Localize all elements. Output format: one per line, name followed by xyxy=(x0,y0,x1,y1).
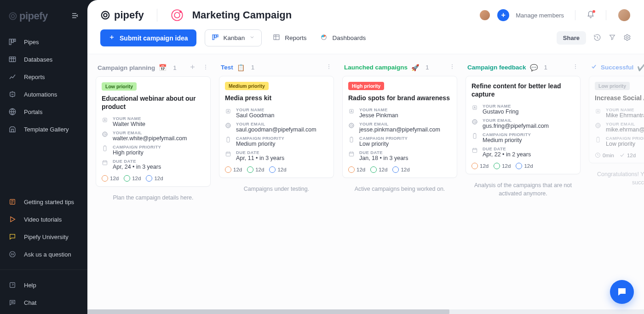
field-value: Low priority xyxy=(606,141,644,147)
column-title[interactable]: Test xyxy=(221,64,233,71)
column-menu-icon[interactable] xyxy=(202,64,209,72)
share-button[interactable]: Share xyxy=(557,31,586,45)
kanban-card[interactable]: High priorityRadio spots for brand aware… xyxy=(342,76,457,178)
column-menu-icon[interactable] xyxy=(326,63,332,71)
sidebar-item-pipes[interactable]: Pipes xyxy=(0,33,87,51)
priority-badge: Low priority xyxy=(595,82,630,90)
gear-icon[interactable] xyxy=(623,34,631,43)
sidebar-item-pipefy-university[interactable]: Pipefy University xyxy=(0,228,87,245)
field-icon xyxy=(348,151,355,157)
column-title[interactable]: Campaign planning xyxy=(98,64,155,71)
column-title[interactable]: Successful xyxy=(601,64,633,71)
pipe-icon[interactable] xyxy=(170,8,184,22)
field-icon xyxy=(472,104,478,111)
field-label: YOUR EMAIL xyxy=(359,121,440,126)
column-header: Campaign planning📅1 xyxy=(96,60,211,76)
field-label: CAMPAIGN PRIORITY xyxy=(113,144,161,149)
card-field: YOUR EMAILwalter.white@pipefymail.com xyxy=(102,129,205,143)
svg-point-54 xyxy=(474,121,476,123)
field-label: YOUR NAME xyxy=(113,116,145,121)
svg-point-25 xyxy=(205,64,206,65)
sidebar-item-portals[interactable]: Portals xyxy=(0,103,87,120)
notifications-icon[interactable] xyxy=(586,11,595,20)
chevron-down-icon xyxy=(249,34,255,41)
sidebar-item-chat[interactable]: Chat xyxy=(0,294,87,311)
card-metrics: 12d12d12d xyxy=(225,166,328,173)
field-icon xyxy=(225,151,231,157)
field-label: DUE DATE xyxy=(359,150,408,155)
history-icon[interactable] xyxy=(593,34,601,43)
sidebar-item-video-tutorials[interactable]: Video tutorials xyxy=(0,211,87,228)
priority-badge: High priority xyxy=(348,82,384,90)
sidebar-item-getting-started-tips[interactable]: Getting started tips xyxy=(0,193,87,211)
sidebar-item-automations[interactable]: Automations xyxy=(0,86,87,103)
sidebar-item-label: Pipes xyxy=(24,39,39,46)
svg-rect-22 xyxy=(274,35,279,40)
column-menu-icon[interactable] xyxy=(449,63,455,71)
field-icon xyxy=(225,108,231,114)
column-description: Analysis of the campaigns that are not a… xyxy=(466,174,581,205)
sidebar-item-label: Reports xyxy=(24,74,45,80)
add-member-button[interactable]: + xyxy=(497,9,509,21)
column-title[interactable]: Launched campaigns xyxy=(344,64,408,71)
svg-point-38 xyxy=(227,125,229,126)
svg-point-35 xyxy=(328,68,329,69)
member-avatar[interactable] xyxy=(479,9,491,21)
sidebar-collapse-icon[interactable] xyxy=(71,11,79,21)
field-label: YOUR EMAIL xyxy=(483,118,549,123)
sla-metric: 12d xyxy=(370,166,387,173)
column-emoji: 🚀 xyxy=(411,64,419,71)
chat-fab[interactable] xyxy=(610,280,634,304)
nav-icon xyxy=(8,298,17,307)
kanban-card[interactable]: Low priorityIncrease Social AdsYOUR NAME… xyxy=(589,76,644,163)
filter-icon[interactable] xyxy=(609,34,616,42)
card-field: YOUR NAMEWalter White xyxy=(102,114,205,129)
column-header: Test📋1 xyxy=(219,60,334,76)
column-menu-icon[interactable] xyxy=(572,63,579,71)
view-selector[interactable]: Kanban xyxy=(205,29,262,46)
column-emoji: ✔️ xyxy=(637,64,644,71)
kanban-column: Launched campaigns🚀1High priorityRadio s… xyxy=(342,60,457,303)
svg-point-0 xyxy=(10,13,17,20)
column-header: Campaign feedback💬1 xyxy=(466,60,581,76)
field-icon xyxy=(472,147,478,154)
sidebar-item-template-gallery[interactable]: Template Gallery xyxy=(0,120,87,138)
profile-avatar[interactable] xyxy=(617,8,631,22)
field-value: Saul Goodman xyxy=(236,112,274,119)
svg-point-45 xyxy=(349,123,354,128)
nav-icon xyxy=(8,250,17,258)
horizontal-scrollbar[interactable] xyxy=(87,309,644,314)
svg-rect-32 xyxy=(103,161,107,165)
card-title: Educational webinar about our product xyxy=(102,94,205,111)
field-label: DUE DATE xyxy=(113,159,161,164)
kanban-card[interactable]: Low priorityEducational webinar about ou… xyxy=(96,76,211,187)
column-title[interactable]: Campaign feedback xyxy=(467,64,526,71)
add-card-icon[interactable] xyxy=(189,63,196,72)
column-description: Plan the campaign details here. xyxy=(96,187,211,210)
svg-point-13 xyxy=(13,302,13,302)
field-label: CAMPAIGN PRIORITY xyxy=(483,132,531,137)
submit-button[interactable]: Submit campaign idea xyxy=(100,29,196,46)
sidebar-item-ask-us-a-question[interactable]: Ask us a question xyxy=(0,245,87,263)
kanban-card[interactable]: Medium priorityMedia press kitYOUR NAMES… xyxy=(219,76,334,178)
svg-rect-63 xyxy=(597,137,599,143)
sidebar-item-reports[interactable]: Reports xyxy=(0,68,87,86)
svg-point-62 xyxy=(597,125,599,126)
svg-point-11 xyxy=(11,302,12,302)
field-icon xyxy=(225,137,231,143)
dashboards-tab[interactable]: Dashboards xyxy=(317,30,368,46)
kanban-column: Successful✔️1Low priorityIncrease Social… xyxy=(589,60,644,303)
field-value: Walter White xyxy=(113,121,145,127)
svg-point-34 xyxy=(328,66,329,67)
field-icon xyxy=(348,108,355,114)
sla-metric: 12d xyxy=(348,166,365,173)
field-value: Medium priority xyxy=(236,141,284,147)
sidebar: pipefy PipesDatabasesReportsAutomationsP… xyxy=(0,0,87,314)
reports-tab[interactable]: Reports xyxy=(270,30,309,46)
sla-metric: 12d xyxy=(516,163,533,169)
sidebar-item-databases[interactable]: Databases xyxy=(0,51,87,68)
sidebar-item-label: Portals xyxy=(24,108,42,115)
kanban-card[interactable]: Refine content for better lead captureYO… xyxy=(466,76,581,174)
manage-members-link[interactable]: Manage members xyxy=(516,12,564,19)
sidebar-item-help[interactable]: Help xyxy=(0,276,87,294)
